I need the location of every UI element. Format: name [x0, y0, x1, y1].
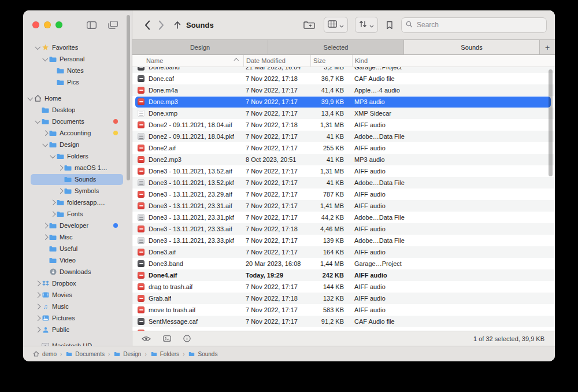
sidebar-item-dropbox[interactable]: Dropbox — [23, 278, 132, 289]
sidebar-item-design[interactable]: Design — [23, 139, 132, 150]
sidebar-item-downloads[interactable]: Downloads — [23, 266, 132, 278]
chevron-right-icon[interactable] — [34, 282, 41, 286]
chevron-right-icon[interactable] — [49, 212, 56, 216]
sidebar-item-macintosh-hd[interactable]: Macintosh HD — [23, 340, 132, 346]
chevron-down-icon[interactable] — [49, 154, 56, 158]
chevron-right-icon[interactable] — [42, 131, 49, 135]
chevron-right-icon[interactable] — [34, 293, 41, 297]
file-row[interactable]: Done2.aif7 Nov 2022, 17:17255 KBAIFF aud… — [132, 142, 555, 154]
file-row[interactable]: Done3 - 13.11.2021, 23.29.aif7 Nov 2022,… — [132, 188, 555, 200]
sidebar-item-misc[interactable]: Misc — [23, 231, 132, 243]
breadcrumb-demo[interactable]: demo — [32, 350, 57, 357]
info-icon[interactable] — [182, 334, 192, 343]
sidebar-item-symbols[interactable]: Symbols — [23, 185, 132, 197]
column-header-kind[interactable]: Kind — [352, 55, 555, 66]
sidebar-item-fonts[interactable]: Fonts — [23, 208, 132, 220]
file-row[interactable]: Done4.aifToday, 19:29242 KBAIFF audio — [132, 269, 555, 281]
file-row[interactable]: Done3 - 13.11.2021, 23.31.pkf7 Nov 2022,… — [132, 212, 555, 223]
sidebar-item-notes[interactable]: Notes — [23, 65, 132, 76]
chevron-right-icon[interactable] — [57, 189, 64, 193]
column-header-name[interactable]: Name — [132, 55, 243, 66]
file-row[interactable]: Done2.mp38 Oct 2023, 20:5141 KBMP3 audio — [132, 154, 555, 165]
sidebar-item-desktop[interactable]: Desktop — [23, 104, 132, 116]
file-row[interactable]: Done.xmp7 Nov 2022, 17:1713,4 KBXMP Side… — [132, 108, 555, 119]
list-scrollbar[interactable] — [549, 69, 553, 176]
sidebar-item-home[interactable]: Home — [23, 93, 132, 104]
sidebar-item-favorites[interactable]: Favorites — [23, 42, 132, 53]
file-row[interactable]: Done3 - 10.11.2021, 13.52.aif7 Nov 2022,… — [132, 165, 555, 177]
breadcrumb-design[interactable]: Design — [113, 351, 141, 357]
sidebar-item-macos-1[interactable]: macOS 1… — [23, 162, 132, 173]
sidebar-toggle-icon[interactable] — [86, 20, 98, 30]
tab-design[interactable]: Design — [132, 40, 268, 54]
chevron-right-icon[interactable] — [34, 316, 41, 320]
breadcrumb-sounds[interactable]: Sounds — [188, 351, 217, 357]
sidebar-item-sounds[interactable]: Sounds — [23, 173, 132, 185]
chevron-down-icon[interactable] — [42, 57, 49, 61]
chevron-down-icon[interactable] — [42, 143, 49, 147]
file-row[interactable]: Done.mp37 Nov 2022, 17:1739,9 KBMP3 audi… — [132, 96, 555, 108]
minimize-button[interactable] — [44, 21, 51, 28]
file-row[interactable]: Done3 - 13.11.2021, 23.33.pkf7 Nov 2022,… — [132, 235, 555, 246]
file-row[interactable]: Trash - 09.11.2021, 20.08.aif7 Nov 2022,… — [132, 327, 555, 331]
file-row[interactable]: Done2 - 09.11.2021, 18.04.aif7 Nov 2022,… — [132, 119, 555, 131]
bookmark-button[interactable] — [385, 20, 394, 31]
column-header-date-modified[interactable]: Date Modified — [243, 55, 310, 66]
file-row[interactable]: drag to trash.aif7 Nov 2022, 17:17144 KB… — [132, 281, 555, 293]
sidebar-item-personal[interactable]: Personal — [23, 53, 132, 65]
file-row[interactable]: Done.m4a7 Nov 2022, 17:1741,4 KBApple…-4… — [132, 84, 555, 96]
eye-icon[interactable] — [140, 335, 152, 343]
file-row[interactable]: Done3 - 13.11.2021, 23.31.aif7 Nov 2022,… — [132, 200, 555, 212]
window-tabs-icon[interactable] — [107, 20, 119, 30]
file-row[interactable]: Done3.aif7 Nov 2022, 17:17164 KBAIFF aud… — [132, 246, 555, 258]
sidebar-item-pictures[interactable]: Pictures — [23, 312, 132, 324]
up-arrow-icon[interactable] — [173, 20, 182, 30]
image-preview-icon[interactable] — [162, 334, 172, 343]
sidebar-item-public[interactable]: Public — [23, 324, 132, 335]
close-button[interactable] — [32, 21, 39, 28]
file-row[interactable]: Done.caf7 Nov 2022, 17:1836,7 KBCAF Audi… — [132, 73, 555, 84]
sidebar-item-video[interactable]: Video — [23, 254, 132, 266]
file-row[interactable]: Done3 - 13.11.2021, 23.33.aif7 Nov 2022,… — [132, 223, 555, 235]
file-row[interactable]: Done2 - 09.11.2021, 18.04.pkf7 Nov 2022,… — [132, 131, 555, 142]
forward-button[interactable] — [154, 17, 168, 33]
sidebar-item-foldersapp[interactable]: foldersapp…. — [23, 197, 132, 208]
zoom-button[interactable] — [55, 21, 62, 28]
file-row[interactable]: Grab.aif7 Nov 2022, 17:18132 KBAIFF audi… — [132, 293, 555, 304]
chevron-down-icon[interactable] — [27, 97, 34, 101]
back-button[interactable] — [140, 17, 154, 33]
file-row[interactable]: Done3.band20 Mar 2023, 16:081,44 MBGarag… — [132, 258, 555, 269]
sidebar-item-useful[interactable]: Useful — [23, 243, 132, 254]
sidebar-item-pics[interactable]: Pics — [23, 76, 132, 88]
file-row[interactable]: Done.band21 Mar 2023, 16:043,2 MBGarage…… — [132, 67, 555, 73]
sidebar-item-documents[interactable]: Documents — [23, 116, 132, 127]
chevron-right-icon[interactable] — [57, 166, 64, 170]
file-row[interactable]: SentMessage.caf7 Nov 2022, 17:1791,2 KBC… — [132, 316, 555, 327]
sidebar-item-movies[interactable]: Movies — [23, 289, 132, 301]
column-header-size[interactable]: Size — [310, 55, 352, 66]
search-field[interactable] — [401, 17, 547, 33]
tab-sounds[interactable]: Sounds — [404, 40, 540, 54]
sidebar-scrollbar[interactable] — [127, 15, 130, 180]
sidebar-item-music[interactable]: ♫Music — [23, 301, 132, 312]
chevron-down-icon[interactable] — [34, 120, 41, 124]
file-row[interactable]: Done3 - 10.11.2021, 13.52.pkf7 Nov 2022,… — [132, 177, 555, 188]
sidebar-item-accounting[interactable]: Accounting — [23, 127, 132, 139]
chevron-right-icon[interactable] — [34, 328, 41, 332]
chevron-right-icon[interactable] — [42, 235, 49, 239]
sort-button[interactable] — [355, 17, 378, 33]
breadcrumb-documents[interactable]: Documents — [65, 351, 105, 357]
file-row[interactable]: move to trash.aif7 Nov 2022, 17:17583 KB… — [132, 304, 555, 316]
new-folder-button[interactable] — [302, 20, 317, 31]
search-input[interactable] — [416, 20, 542, 29]
new-tab-button[interactable]: + — [540, 40, 555, 54]
sidebar-item-folders[interactable]: Folders — [23, 150, 132, 162]
chevron-right-icon[interactable] — [42, 224, 49, 228]
chevron-right-icon[interactable] — [34, 305, 41, 309]
tab-selected[interactable]: Selected — [268, 40, 404, 54]
view-mode-button[interactable] — [324, 17, 348, 33]
chevron-right-icon[interactable] — [49, 201, 56, 205]
chevron-down-icon[interactable] — [34, 46, 41, 50]
sidebar-item-developer[interactable]: Developer — [23, 220, 132, 231]
breadcrumb-folders[interactable]: Folders — [150, 351, 179, 357]
